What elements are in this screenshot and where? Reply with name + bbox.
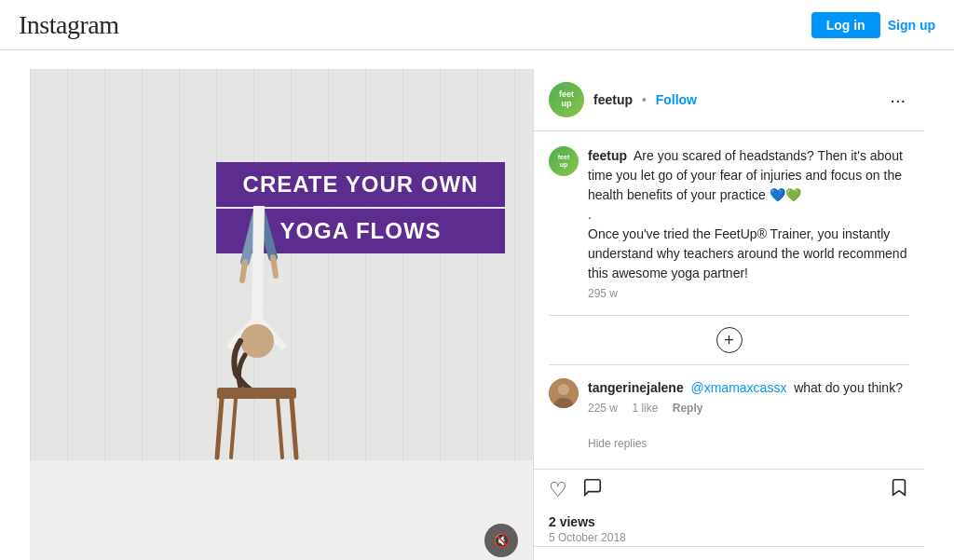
avatar-text: feetup bbox=[559, 90, 574, 109]
comment-content: tangerinejalene @xmamaxcassx what do you… bbox=[588, 378, 909, 415]
post-date: 5 October 2018 bbox=[549, 531, 909, 544]
caption-row: feetup feetup Are you scared of headstan… bbox=[549, 146, 909, 300]
login-button[interactable]: Log in bbox=[811, 12, 880, 38]
comment-avatar bbox=[549, 378, 579, 408]
add-comment-button[interactable]: + bbox=[716, 327, 743, 353]
svg-line-3 bbox=[273, 257, 276, 276]
top-navigation: Instagram Log in Sign up bbox=[0, 0, 954, 50]
main-container: CREATE YOUR OWN YOGA FLOWS bbox=[30, 50, 924, 560]
caption-username[interactable]: feetup bbox=[588, 148, 627, 163]
comment-mention[interactable]: @xmamaxcassx bbox=[690, 380, 786, 395]
post-header: feetup feetup • Follow ··· bbox=[534, 69, 924, 131]
signup-button[interactable]: Sign up bbox=[888, 18, 935, 33]
header-info: feetup • Follow bbox=[593, 92, 886, 107]
svg-line-12 bbox=[278, 399, 282, 458]
caption-avatar: feetup bbox=[549, 146, 579, 176]
post-actions: ♡ bbox=[534, 469, 924, 511]
caption-avatar-text: feetup bbox=[558, 154, 569, 168]
commenter-avatar-img bbox=[549, 378, 579, 408]
comment-body: what do you think? bbox=[794, 380, 903, 395]
mute-button[interactable]: 🔇 bbox=[484, 524, 518, 557]
yoga-figure-svg bbox=[203, 206, 315, 485]
svg-line-10 bbox=[292, 399, 296, 458]
comment-text: tangerinejalene @xmamaxcassx what do you… bbox=[588, 378, 909, 398]
follow-button[interactable]: Follow bbox=[656, 92, 697, 107]
comment-icon bbox=[582, 477, 603, 498]
svg-line-9 bbox=[217, 399, 222, 458]
post-avatar: feetup bbox=[549, 82, 584, 117]
yoga-figure bbox=[203, 206, 315, 488]
svg-line-11 bbox=[231, 399, 236, 458]
mute-icon: 🔇 bbox=[494, 533, 510, 548]
caption-text: feetup Are you scared of headstands? The… bbox=[588, 146, 909, 283]
svg-point-14 bbox=[558, 384, 569, 395]
action-icons: ♡ bbox=[549, 477, 603, 503]
add-comment-row: + bbox=[549, 315, 909, 365]
comment-time: 225 w bbox=[588, 402, 618, 415]
commenter-username[interactable]: tangerinejalene bbox=[588, 380, 684, 395]
save-button[interactable] bbox=[889, 477, 909, 503]
comment-row: tangerinejalene @xmamaxcassx what do you… bbox=[549, 378, 909, 415]
more-options-button[interactable]: ··· bbox=[886, 86, 909, 115]
instagram-logo: Instagram bbox=[19, 10, 118, 40]
caption-time: 295 w bbox=[588, 287, 618, 300]
overlay-box-1: CREATE YOUR OWN bbox=[216, 162, 505, 207]
comment-button[interactable] bbox=[582, 477, 603, 503]
svg-rect-8 bbox=[217, 388, 296, 399]
svg-line-4 bbox=[257, 206, 259, 318]
post-body: feetup feetup Are you scared of headstan… bbox=[534, 131, 924, 469]
post-panel: feetup feetup • Follow ··· feetup feetup… bbox=[533, 69, 924, 560]
nav-buttons: Log in Sign up bbox=[811, 12, 935, 38]
login-prompt: Log in to like or comment. bbox=[534, 546, 924, 560]
dot-separator: • bbox=[642, 92, 647, 107]
svg-line-2 bbox=[242, 262, 245, 280]
overlay-text-1: CREATE YOUR OWN bbox=[233, 171, 488, 198]
post-username[interactable]: feetup bbox=[593, 92, 633, 107]
views-count: 2 views bbox=[549, 514, 909, 529]
comment-meta: 225 w 1 like Reply bbox=[588, 402, 909, 415]
yoga-scene: CREATE YOUR OWN YOGA FLOWS bbox=[30, 69, 533, 560]
post-image-area: CREATE YOUR OWN YOGA FLOWS bbox=[30, 69, 533, 560]
post-stats: 2 views 5 October 2018 bbox=[534, 511, 924, 546]
reply-link[interactable]: Reply bbox=[673, 402, 703, 415]
hide-replies-row[interactable]: Hide replies bbox=[549, 430, 909, 454]
caption-meta: 295 w bbox=[588, 287, 909, 300]
comment-likes: 1 like bbox=[632, 402, 658, 415]
caption-content: feetup Are you scared of headstands? The… bbox=[588, 146, 909, 300]
bookmark-icon bbox=[889, 477, 909, 498]
plus-icon: + bbox=[724, 332, 734, 348]
like-button[interactable]: ♡ bbox=[549, 478, 567, 502]
